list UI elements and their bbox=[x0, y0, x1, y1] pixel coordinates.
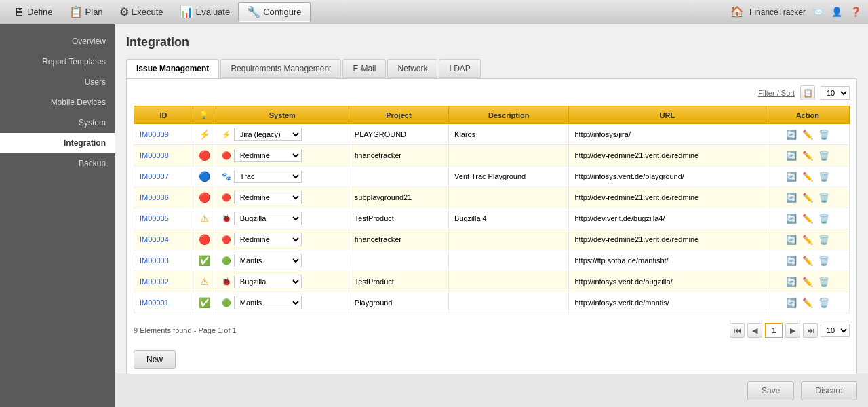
tab-network[interactable]: Network bbox=[387, 59, 437, 78]
id-link[interactable]: IM00007 bbox=[140, 172, 169, 180]
page-prev-button[interactable]: ◀ bbox=[747, 323, 762, 338]
filter-sort-bar: Filter / Sort 📋 10 25 50 bbox=[134, 85, 850, 100]
cell-id: IM00007 bbox=[134, 166, 193, 187]
delete-icon[interactable]: 🗑️ bbox=[817, 191, 831, 204]
status-icon: 🔵 bbox=[199, 171, 210, 182]
edit-icon[interactable]: ✏️ bbox=[801, 149, 814, 162]
refresh-icon[interactable]: 🔄 bbox=[785, 275, 798, 288]
cell-project: financetracker bbox=[349, 229, 448, 250]
refresh-icon[interactable]: 🔄 bbox=[785, 170, 798, 183]
integration-table: ID 💡 System Project Description URL Acti… bbox=[134, 106, 850, 313]
delete-icon[interactable]: 🗑️ bbox=[817, 128, 831, 141]
system-type-icon: 🐞 bbox=[222, 277, 231, 286]
sidebar-item-report-templates[interactable]: Report Templates bbox=[0, 52, 115, 72]
edit-icon[interactable]: ✏️ bbox=[801, 128, 814, 141]
table-row: IM00007 🔵 🐾 Trac Verit Trac Playground h… bbox=[134, 166, 850, 187]
edit-icon[interactable]: ✏️ bbox=[801, 191, 814, 204]
edit-icon[interactable]: ✏️ bbox=[801, 233, 814, 246]
id-link[interactable]: IM00003 bbox=[140, 256, 169, 265]
tab-issue-management[interactable]: Issue Management bbox=[126, 59, 219, 78]
delete-icon[interactable]: 🗑️ bbox=[817, 170, 831, 183]
cell-system: 🐞 Bugzilla bbox=[216, 271, 349, 292]
nav-execute[interactable]: ⚙ Execute bbox=[111, 3, 172, 21]
id-link[interactable]: IM00005 bbox=[140, 214, 169, 222]
nav-icon-3[interactable]: ❓ bbox=[849, 5, 863, 19]
delete-icon[interactable]: 🗑️ bbox=[817, 275, 831, 288]
id-link[interactable]: IM00009 bbox=[140, 130, 169, 138]
refresh-icon[interactable]: 🔄 bbox=[785, 149, 798, 162]
col-description: Description bbox=[449, 106, 569, 124]
delete-icon[interactable]: 🗑️ bbox=[817, 212, 831, 225]
page-last-button[interactable]: ⏭ bbox=[803, 323, 818, 338]
system-select[interactable]: Redmine bbox=[234, 233, 302, 246]
delete-icon[interactable]: 🗑️ bbox=[817, 296, 831, 309]
cell-system: ⚡ Jira (legacy) bbox=[216, 124, 349, 145]
system-select[interactable]: Bugzilla bbox=[234, 275, 302, 288]
sidebar: Overview Report Templates Users Mobile D… bbox=[0, 24, 115, 407]
nav-icon-1[interactable]: 📨 bbox=[811, 5, 825, 19]
sidebar-item-users[interactable]: Users bbox=[0, 72, 115, 92]
id-link[interactable]: IM00001 bbox=[140, 298, 169, 307]
refresh-icon[interactable]: 🔄 bbox=[785, 254, 798, 267]
cell-system: 🔴 Redmine bbox=[216, 187, 349, 208]
nav-icon-2[interactable]: 👤 bbox=[830, 5, 844, 19]
id-link[interactable]: IM00002 bbox=[140, 277, 169, 286]
nav-configure[interactable]: 🔧 Configure bbox=[238, 2, 310, 22]
new-button[interactable]: New bbox=[134, 350, 176, 369]
edit-icon[interactable]: ✏️ bbox=[801, 296, 814, 309]
edit-icon[interactable]: ✏️ bbox=[801, 254, 814, 267]
page-first-button[interactable]: ⏮ bbox=[730, 323, 745, 338]
refresh-icon[interactable]: 🔄 bbox=[785, 296, 798, 309]
id-link[interactable]: IM00004 bbox=[140, 235, 169, 244]
sidebar-item-system[interactable]: System bbox=[0, 113, 115, 133]
filter-sort-link[interactable]: Filter / Sort bbox=[758, 89, 795, 97]
refresh-icon[interactable]: 🔄 bbox=[785, 212, 798, 225]
page-next-button[interactable]: ▶ bbox=[785, 323, 800, 338]
system-type-icon: 🟢 bbox=[222, 256, 231, 265]
page-size-select[interactable]: 10 25 50 bbox=[821, 86, 850, 100]
delete-icon[interactable]: 🗑️ bbox=[817, 149, 831, 162]
cell-action: 🔄 ✏️ 🗑️ bbox=[766, 124, 849, 145]
page-current[interactable]: 1 bbox=[765, 323, 783, 338]
sidebar-item-overview[interactable]: Overview bbox=[0, 31, 115, 52]
sidebar-item-backup[interactable]: Backup bbox=[0, 153, 115, 174]
refresh-icon[interactable]: 🔄 bbox=[785, 191, 798, 204]
delete-icon[interactable]: 🗑️ bbox=[817, 254, 831, 267]
cell-project: Playground bbox=[349, 292, 448, 313]
refresh-icon[interactable]: 🔄 bbox=[785, 233, 798, 246]
system-select[interactable]: Trac bbox=[234, 170, 302, 183]
cell-id: IM00006 bbox=[134, 187, 193, 208]
edit-icon[interactable]: ✏️ bbox=[801, 275, 814, 288]
edit-icon[interactable]: ✏️ bbox=[801, 212, 814, 225]
nav-define[interactable]: 🖥 Define bbox=[5, 3, 61, 21]
cell-description: Bugzilla 4 bbox=[449, 208, 569, 229]
cell-id: IM00005 bbox=[134, 208, 193, 229]
pagination-page-size[interactable]: 10 25 50 bbox=[821, 324, 850, 337]
system-select[interactable]: Redmine bbox=[234, 191, 302, 204]
id-link[interactable]: IM00006 bbox=[140, 193, 169, 201]
system-select[interactable]: Bugzilla bbox=[234, 212, 302, 225]
tab-ldap[interactable]: LDAP bbox=[439, 59, 480, 78]
refresh-icon[interactable]: 🔄 bbox=[785, 128, 798, 141]
export-button[interactable]: 📋 bbox=[800, 85, 815, 100]
table-row: IM00008 🔴 🔴 Redmine financetracker http:… bbox=[134, 145, 850, 166]
edit-icon[interactable]: ✏️ bbox=[801, 170, 814, 183]
save-button[interactable]: Save bbox=[747, 381, 794, 400]
tab-requirements-management[interactable]: Requirements Management bbox=[220, 59, 341, 78]
cell-url: http://dev-redmine21.verit.de/redmine bbox=[569, 187, 766, 208]
nav-plan[interactable]: 📋 Plan bbox=[61, 3, 111, 21]
cell-description bbox=[449, 292, 569, 313]
tab-email[interactable]: E-Mail bbox=[342, 59, 386, 78]
system-select[interactable]: Mantis bbox=[234, 296, 302, 309]
nav-evaluate[interactable]: 📊 Evaluate bbox=[172, 3, 239, 21]
sidebar-item-integration[interactable]: Integration bbox=[0, 133, 115, 153]
status-icon: ⚠ bbox=[200, 213, 209, 224]
sidebar-item-mobile-devices[interactable]: Mobile Devices bbox=[0, 92, 115, 113]
id-link[interactable]: IM00008 bbox=[140, 151, 169, 159]
cell-status: ⚡ bbox=[193, 124, 216, 145]
discard-button[interactable]: Discard bbox=[801, 381, 857, 400]
system-select[interactable]: Redmine bbox=[234, 149, 302, 162]
delete-icon[interactable]: 🗑️ bbox=[817, 233, 831, 246]
system-select[interactable]: Mantis bbox=[234, 254, 302, 267]
system-select[interactable]: Jira (legacy) bbox=[234, 128, 302, 141]
